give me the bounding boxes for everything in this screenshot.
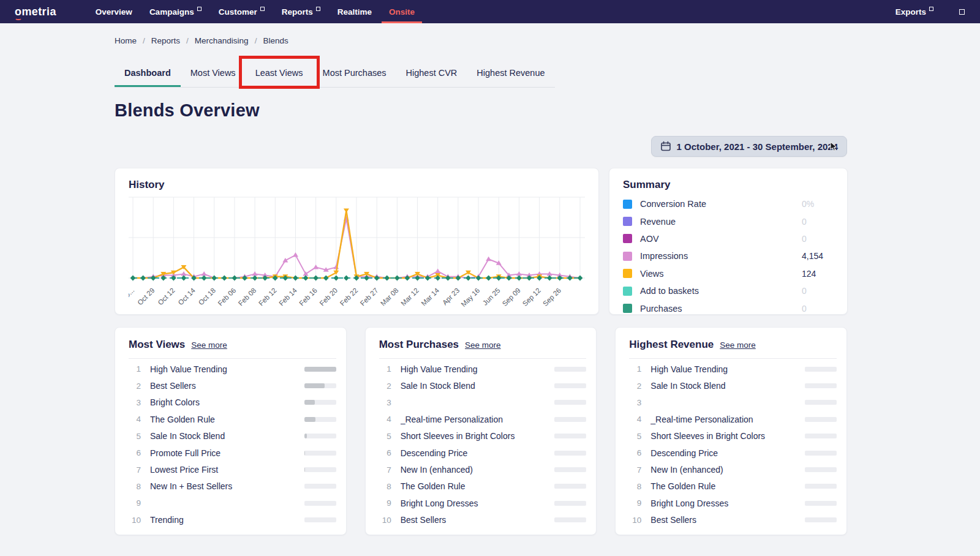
list-rows: 1High Value Trending2Sale In Stock Blend… — [629, 361, 837, 528]
x-axis-label: Sep 26 — [541, 287, 562, 307]
nav-item-campaigns[interactable]: Campaigns — [141, 0, 210, 23]
brand-wordmark: ometria — [15, 6, 56, 18]
list-item: 5Sale In Stock Blend — [129, 428, 336, 445]
rank-number: 4 — [129, 415, 141, 424]
tab-dashboard[interactable]: Dashboard — [115, 60, 181, 87]
legend-swatch-aov — [623, 234, 632, 243]
rank-number: 1 — [129, 364, 141, 374]
rank-number: 6 — [129, 448, 141, 457]
metric-bar-track — [304, 383, 336, 388]
rank-number: 7 — [379, 465, 391, 475]
date-range-picker[interactable]: 1 October, 2021 - 30 September, 2024 — [651, 136, 847, 157]
rank-number: 1 — [379, 364, 391, 374]
blend-name: Sale In Stock Blend — [650, 381, 800, 391]
list-item: 9Bright Long Dresses — [629, 495, 837, 511]
list-item: 4_Real-time Personalization — [629, 411, 837, 427]
tab-most-views[interactable]: Most Views — [181, 60, 246, 87]
breadcrumb-item-reports[interactable]: Reports — [151, 36, 180, 45]
x-axis-label: Oct 12 — [156, 287, 176, 306]
rank-number: 9 — [379, 498, 391, 508]
account-icon[interactable] — [959, 9, 965, 15]
nav-item-onsite[interactable]: Onsite — [380, 0, 423, 23]
dropdown-indicator-icon — [260, 7, 265, 11]
summary-metric-value: 0% — [802, 199, 834, 209]
blend-name: Bright Long Dresses — [650, 498, 800, 508]
tab-highest-revenue[interactable]: Highest Revenue — [467, 60, 554, 87]
calendar-icon — [660, 141, 671, 152]
list-item: 6Descending Price — [379, 445, 587, 461]
x-axis-label: Feb 22 — [339, 287, 360, 307]
tab-least-views[interactable]: Least Views — [246, 60, 313, 87]
metric-bar-track — [304, 417, 336, 422]
blend-name: The Golden Rule — [650, 481, 800, 491]
x-axis-label: Apr 23 — [441, 287, 461, 306]
rank-number: 10 — [629, 516, 641, 525]
nav-item-reports[interactable]: Reports — [273, 0, 329, 23]
blend-name: High Value Trending — [150, 364, 300, 374]
dropdown-indicator-icon — [316, 7, 320, 11]
x-axis-label: Mar 14 — [420, 287, 440, 307]
metric-bar-track — [805, 417, 837, 422]
metric-bar-track — [304, 484, 336, 489]
summary-metric-value: 0 — [802, 304, 834, 314]
metric-bar-track — [554, 383, 586, 388]
metric-bar-track — [304, 434, 336, 438]
breadcrumb-item-blends: Blends — [263, 36, 288, 45]
rank-number: 5 — [379, 432, 391, 441]
rank-number: 1 — [629, 364, 641, 374]
see-more-link[interactable]: See more — [720, 340, 756, 350]
x-axis-label: Oct 18 — [197, 287, 217, 306]
list-item: 1High Value Trending — [379, 361, 587, 377]
x-axis-label: Sep 09 — [501, 287, 522, 307]
page: ometria OverviewCampaignsCustomerReports… — [0, 0, 980, 556]
nav-item-exports[interactable]: Exports — [887, 0, 942, 23]
list-item: 9 — [129, 495, 336, 511]
nav-item-label: Customer — [219, 7, 257, 17]
blend-name: New In + Best Sellers — [150, 481, 300, 491]
rank-number: 2 — [129, 381, 141, 391]
breadcrumb-item-home[interactable]: Home — [115, 36, 137, 45]
summary-title: Summary — [623, 179, 834, 191]
summary-metric-label: Conversion Rate — [640, 199, 706, 209]
nav-item-label: Exports — [895, 7, 926, 17]
metric-bar-track — [805, 484, 837, 489]
rank-number: 3 — [629, 398, 641, 407]
metric-bar-track — [805, 367, 837, 372]
summary-metric-value: 0 — [802, 234, 834, 244]
list-item: 1High Value Trending — [629, 361, 837, 377]
see-more-link[interactable]: See more — [191, 340, 227, 350]
breadcrumb-item-merchandising[interactable]: Merchandising — [195, 36, 249, 45]
rank-number: 4 — [379, 415, 391, 424]
rank-number: 8 — [129, 482, 141, 491]
blend-name: The Golden Rule — [401, 481, 550, 491]
nav-item-overview[interactable]: Overview — [87, 0, 141, 23]
nav-item-realtime[interactable]: Realtime — [329, 0, 380, 23]
page-title: Blends Overview — [115, 100, 847, 121]
metric-bar-fill — [304, 417, 315, 422]
list-item: 7Lowest Price First — [129, 461, 336, 478]
breadcrumb-separator: / — [186, 36, 189, 45]
brand-logo[interactable]: ometria — [15, 6, 56, 18]
x-axis-label: Feb 20 — [318, 287, 339, 307]
list-item: 8The Golden Rule — [379, 478, 587, 495]
summary-metric-label: Add to baskets — [640, 286, 699, 296]
top-nav: ometria OverviewCampaignsCustomerReports… — [0, 0, 980, 23]
list-item: 2Sale In Stock Blend — [629, 377, 837, 394]
metric-bar-track — [805, 517, 837, 522]
nav-item-label: Overview — [96, 7, 132, 17]
see-more-link[interactable]: See more — [465, 340, 501, 350]
tab-highest-cvr[interactable]: Highest CVR — [396, 60, 467, 87]
summary-row-revenue: Revenue0 — [623, 212, 834, 230]
list-item: 1High Value Trending — [129, 361, 336, 377]
summary-metric-value: 4,154 — [802, 251, 834, 261]
metric-bar-track — [304, 367, 336, 372]
x-axis-label: Feb 12 — [257, 287, 278, 307]
history-chart: O...Oct 29Oct 12Oct 14Oct 18Feb 06Feb 08… — [129, 195, 585, 315]
x-axis-label: Oct 29 — [136, 287, 156, 306]
nav-item-customer[interactable]: Customer — [210, 0, 273, 23]
blend-name: Trending — [150, 515, 300, 525]
x-axis-label: Feb 16 — [298, 287, 318, 307]
blend-name: Bright Long Dresses — [401, 498, 550, 508]
blend-name: Bright Colors — [150, 397, 300, 407]
tab-most-purchases[interactable]: Most Purchases — [313, 60, 396, 87]
